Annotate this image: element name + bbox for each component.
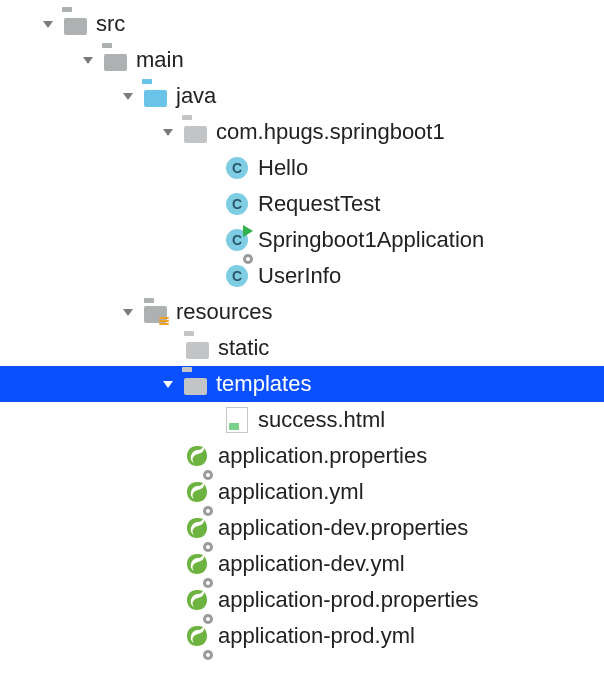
source-folder-icon — [142, 83, 168, 109]
tree-node-app-properties[interactable]: application.properties — [0, 438, 604, 474]
tree-node-package[interactable]: com.hpugs.springboot1 — [0, 114, 604, 150]
tree-label: java — [176, 83, 216, 109]
gear-badge-icon — [202, 605, 214, 617]
folder-icon — [62, 11, 88, 37]
java-class-icon: C — [224, 155, 250, 181]
resources-folder-icon — [142, 299, 168, 325]
gear-badge-icon — [202, 569, 214, 581]
spring-config-icon — [184, 623, 210, 649]
tree-node-class-springapp[interactable]: C Springboot1Application — [0, 222, 604, 258]
spring-config-icon — [184, 551, 210, 577]
tree-node-app-prod-properties[interactable]: application-prod.properties — [0, 582, 604, 618]
run-badge-icon — [243, 225, 253, 237]
gear-badge-icon — [202, 497, 214, 509]
tree-label: resources — [176, 299, 273, 325]
tree-node-class-requesttest[interactable]: C RequestTest — [0, 186, 604, 222]
spring-config-icon — [184, 587, 210, 613]
tree-label: static — [218, 335, 269, 361]
gear-badge-icon — [202, 461, 214, 473]
spring-config-icon — [184, 443, 210, 469]
spring-config-icon — [184, 479, 210, 505]
tree-node-java[interactable]: java — [0, 78, 604, 114]
tree-label: Hello — [258, 155, 308, 181]
tree-node-success-html[interactable]: success.html — [0, 402, 604, 438]
tree-node-resources[interactable]: resources — [0, 294, 604, 330]
spring-config-icon — [184, 515, 210, 541]
tree-label: application.properties — [218, 443, 427, 469]
folder-icon — [184, 335, 210, 361]
tree-node-app-prod-yml[interactable]: application-prod.yml — [0, 618, 604, 654]
java-class-icon: C — [224, 191, 250, 217]
runnable-class-icon: C — [224, 227, 250, 253]
tree-label: src — [96, 11, 125, 37]
chevron-down-icon[interactable] — [116, 300, 140, 324]
chevron-down-icon[interactable] — [156, 372, 180, 396]
package-icon — [182, 119, 208, 145]
tree-node-app-yml[interactable]: application.yml — [0, 474, 604, 510]
tree-label: RequestTest — [258, 191, 380, 217]
project-tree[interactable]: { "tree": { "src": "src", "main": "main"… — [0, 0, 604, 698]
tree-node-class-hello[interactable]: C Hello — [0, 150, 604, 186]
tree-node-static[interactable]: static — [0, 330, 604, 366]
tree-label: application-prod.properties — [218, 587, 479, 613]
chevron-down-icon[interactable] — [156, 120, 180, 144]
tree-node-app-dev-yml[interactable]: application-dev.yml — [0, 546, 604, 582]
tree-label: com.hpugs.springboot1 — [216, 119, 445, 145]
chevron-down-icon[interactable] — [116, 84, 140, 108]
tree-node-templates[interactable]: templates — [0, 366, 604, 402]
chevron-down-icon[interactable] — [36, 12, 60, 36]
tree-label: success.html — [258, 407, 385, 433]
tree-node-main[interactable]: main — [0, 42, 604, 78]
folder-icon — [182, 371, 208, 397]
tree-label: templates — [216, 371, 311, 397]
tree-label: application-dev.yml — [218, 551, 405, 577]
tree-label: UserInfo — [258, 263, 341, 289]
tree-node-class-userinfo[interactable]: C UserInfo — [0, 258, 604, 294]
gear-badge-icon — [202, 641, 214, 653]
tree-node-app-dev-properties[interactable]: application-dev.properties — [0, 510, 604, 546]
gear-badge-icon — [242, 245, 254, 257]
tree-label: application-dev.properties — [218, 515, 468, 541]
folder-icon — [102, 47, 128, 73]
tree-label: application-prod.yml — [218, 623, 415, 649]
tree-label: application.yml — [218, 479, 364, 505]
tree-node-src[interactable]: src — [0, 6, 604, 42]
tree-label: main — [136, 47, 184, 73]
tree-label: Springboot1Application — [258, 227, 484, 253]
java-class-icon: C — [224, 263, 250, 289]
html-file-icon — [224, 407, 250, 433]
chevron-down-icon[interactable] — [76, 48, 100, 72]
gear-badge-icon — [202, 533, 214, 545]
